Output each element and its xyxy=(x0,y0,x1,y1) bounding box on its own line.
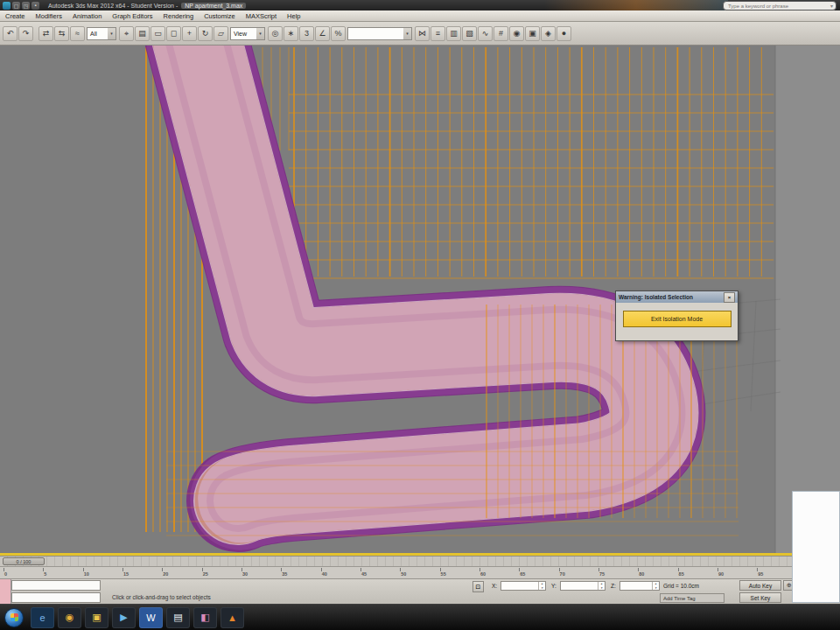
maxscript-listener-line1[interactable] xyxy=(11,580,101,591)
reference-coordinate-dropdown[interactable]: View▾ xyxy=(230,27,265,40)
exit-isolation-mode-button[interactable]: Exit Isolation Mode xyxy=(623,311,732,327)
y-spinner-icon[interactable]: ▴▾ xyxy=(598,582,605,590)
select-by-name-icon[interactable]: ▤ xyxy=(135,26,150,41)
frame-tick-45[interactable]: 45 xyxy=(360,567,400,578)
select-and-move-icon[interactable]: + xyxy=(182,26,197,41)
frame-tick-90[interactable]: 90 xyxy=(718,567,757,578)
snaps-toggle-icon[interactable]: 3 xyxy=(299,26,314,41)
windows-explorer-icon[interactable]: ▣ xyxy=(85,607,108,628)
chevron-down-icon[interactable]: ▾ xyxy=(256,28,264,39)
x-coordinate-field[interactable]: ▴▾ xyxy=(500,581,546,591)
perspective-viewport[interactable]: Warning: Isolated Selection × Exit Isola… xyxy=(0,46,840,556)
infocenter-search[interactable]: ▾ xyxy=(723,1,836,10)
select-and-link-icon[interactable]: ⇄ xyxy=(38,26,53,41)
time-slider-handle[interactable]: 0 / 100 xyxy=(3,557,45,565)
schematic-view-icon[interactable]: # xyxy=(494,26,508,41)
frame-tick-0[interactable]: 0 xyxy=(4,567,43,578)
rectangular-selection-region-icon[interactable]: ▭ xyxy=(150,26,165,41)
frame-tick-30[interactable]: 30 xyxy=(242,567,281,578)
maxscript-listener-line2[interactable] xyxy=(11,592,101,603)
select-and-scale-icon[interactable]: ▱ xyxy=(214,26,228,41)
notepad-icon[interactable]: ▤ xyxy=(166,607,190,628)
frame-tick-80[interactable]: 80 xyxy=(638,567,677,578)
menu-help[interactable]: Help xyxy=(282,10,305,22)
chrome-icon[interactable]: ◉ xyxy=(58,607,81,628)
y-coordinate-field[interactable]: ▴▾ xyxy=(560,581,606,591)
frame-tick-20[interactable]: 20 xyxy=(162,567,201,578)
frame-tick-25[interactable]: 25 xyxy=(202,567,242,578)
curve-editor-icon[interactable]: ∿ xyxy=(478,26,493,41)
close-icon[interactable]: × xyxy=(724,292,735,303)
frame-tick-85[interactable]: 85 xyxy=(678,567,718,578)
frame-tick-35[interactable]: 35 xyxy=(281,567,320,578)
menu-graph-editors[interactable]: Graph Editors xyxy=(107,10,158,22)
start-button[interactable] xyxy=(4,608,24,627)
track-bar[interactable]: 0510152025303540455055606570758085909510… xyxy=(0,566,840,578)
unlink-selection-icon[interactable]: ⇆ xyxy=(54,26,69,41)
menu-customize[interactable]: Customize xyxy=(199,10,240,22)
new-file-icon[interactable]: ▢ xyxy=(12,2,20,10)
render-setup-icon[interactable]: ▣ xyxy=(525,26,540,41)
align-icon[interactable]: ≡ xyxy=(430,26,445,41)
selection-lock-icon[interactable]: ⊡ xyxy=(472,581,484,592)
media-player-icon[interactable]: ▶ xyxy=(112,607,136,628)
undo-icon[interactable]: ↶ xyxy=(3,26,18,41)
add-time-tag[interactable]: Add Time Tag xyxy=(660,593,724,603)
search-dropdown-icon[interactable]: ▾ xyxy=(830,3,833,9)
angle-snap-icon[interactable]: ∠ xyxy=(315,26,330,41)
tick-label: 70 xyxy=(560,571,565,577)
select-and-manipulate-icon[interactable]: ∗ xyxy=(284,26,298,41)
use-pivot-center-icon[interactable]: ◎ xyxy=(268,26,283,41)
dialog-title-bar[interactable]: Warning: Isolated Selection × xyxy=(616,291,738,303)
menu-animation[interactable]: Animation xyxy=(67,10,107,22)
frame-tick-40[interactable]: 40 xyxy=(321,567,360,578)
layer-manager-icon[interactable]: ▥ xyxy=(446,26,461,41)
menu-create[interactable]: Create xyxy=(0,10,31,22)
select-and-rotate-icon[interactable]: ↻ xyxy=(198,26,213,41)
tick-label: 50 xyxy=(401,571,406,577)
paint-icon[interactable]: ◧ xyxy=(193,607,217,628)
select-object-icon[interactable]: ⌖ xyxy=(119,26,134,41)
windows-explorer-icon-glyph: ▣ xyxy=(92,612,101,623)
set-key-button[interactable]: Set Key xyxy=(739,592,781,603)
frame-tick-5[interactable]: 5 xyxy=(43,567,82,578)
menu-rendering[interactable]: Rendering xyxy=(158,10,200,22)
chevron-down-icon[interactable]: ▾ xyxy=(403,28,411,39)
graphite-ribbon-icon[interactable]: ▧ xyxy=(462,26,477,41)
window-crossing-icon[interactable]: ◻ xyxy=(166,26,181,41)
application-button-icon[interactable] xyxy=(3,2,10,10)
frame-tick-10[interactable]: 10 xyxy=(83,567,122,578)
frame-tick-95[interactable]: 95 xyxy=(757,567,796,578)
internet-explorer-icon[interactable]: e xyxy=(31,607,54,628)
rendered-frame-window-icon[interactable]: ◈ xyxy=(541,26,556,41)
render-production-icon[interactable]: ● xyxy=(556,26,571,41)
percent-snap-icon[interactable]: % xyxy=(331,26,346,41)
material-editor-icon[interactable]: ◉ xyxy=(509,26,524,41)
vlc-icon[interactable]: ▲ xyxy=(220,607,244,628)
time-slider[interactable]: 0 / 100 xyxy=(0,556,840,566)
search-input[interactable] xyxy=(726,3,817,10)
frame-tick-50[interactable]: 50 xyxy=(400,567,439,578)
menu-modifiers[interactable]: Modifiers xyxy=(31,10,67,22)
bind-to-space-warp-icon[interactable]: ≈ xyxy=(70,26,85,41)
z-coordinate-field[interactable]: ▴▾ xyxy=(620,581,660,591)
menu-maxscript[interactable]: MAXScript xyxy=(241,10,282,22)
auto-key-button[interactable]: Auto Key xyxy=(739,580,781,591)
word-icon[interactable]: W xyxy=(139,607,163,628)
frame-tick-65[interactable]: 65 xyxy=(519,567,558,578)
frame-tick-55[interactable]: 55 xyxy=(440,567,480,578)
redo-icon[interactable]: ↷ xyxy=(18,26,33,41)
frame-tick-60[interactable]: 60 xyxy=(480,567,519,578)
save-file-icon[interactable]: ▪ xyxy=(32,2,39,10)
selection-filter-dropdown[interactable]: All▾ xyxy=(87,27,116,40)
named-selection-sets-dropdown[interactable]: ▾ xyxy=(347,27,412,40)
frame-tick-75[interactable]: 75 xyxy=(598,567,638,578)
maxscript-mini-listener-strip[interactable] xyxy=(0,579,11,604)
chevron-down-icon[interactable]: ▾ xyxy=(108,28,116,39)
x-spinner-icon[interactable]: ▴▾ xyxy=(538,582,545,590)
open-file-icon[interactable]: ◳ xyxy=(22,2,30,10)
mirror-icon[interactable]: ⋈ xyxy=(415,26,430,41)
z-spinner-icon[interactable]: ▴▾ xyxy=(652,582,659,590)
frame-tick-15[interactable]: 15 xyxy=(122,567,162,578)
frame-tick-70[interactable]: 70 xyxy=(559,567,598,578)
